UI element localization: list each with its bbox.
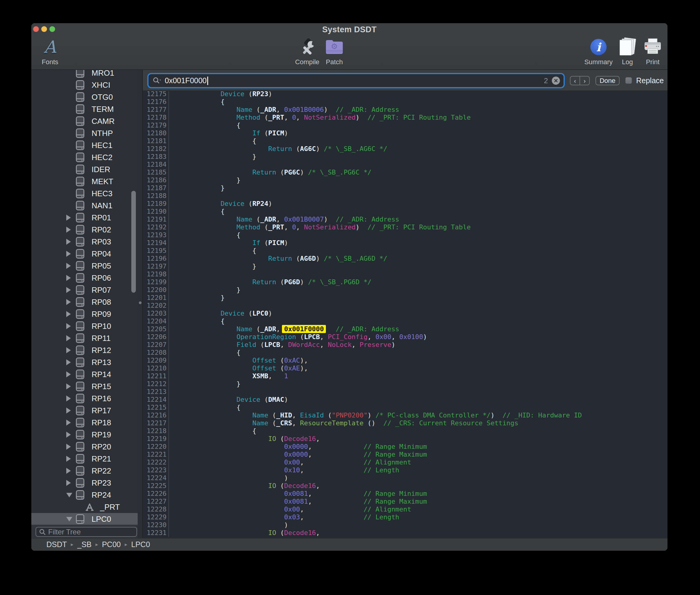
sidebar-scrollbar-thumb[interactable] [131,191,136,293]
code-line: 12183 } [143,153,667,161]
chevron-right-icon[interactable] [66,227,71,233]
sidebar-item-ider[interactable]: IDER [31,163,138,175]
sidebar-item-mekt[interactable]: MEKT [31,175,138,188]
log-pages-icon [619,37,636,57]
device-icon [76,430,84,440]
chevron-right-icon[interactable] [66,359,71,365]
replace-checkbox[interactable] [625,77,632,84]
chevron-right-icon[interactable] [66,407,71,414]
sidebar-item-rp23[interactable]: RP23 [31,477,138,489]
sidebar-item-rp12[interactable]: RP12 [31,344,138,356]
clear-search-button[interactable]: ✕ [552,77,560,85]
breadcrumb-item-pc00[interactable]: PC00 [102,540,121,549]
sidebar-item-rp08[interactable]: RP08 [31,296,138,308]
chevron-right-icon[interactable] [66,384,71,390]
code-text [169,388,189,396]
sidebar-item-mro1[interactable]: MRO1 [31,70,138,79]
sidebar-item-_prt[interactable]: _PRT [31,501,138,513]
chevron-right-icon[interactable] [66,239,71,245]
chevron-right-icon[interactable] [66,275,71,281]
code-text [169,271,189,278]
device-icon [76,514,84,524]
sidebar-item-rp13[interactable]: RP13 [31,356,138,368]
chevron-right-icon[interactable] [66,468,71,474]
sidebar-item-term[interactable]: TERM [31,103,138,115]
chevron-right-icon[interactable] [66,215,71,221]
sidebar-item-rp18[interactable]: RP18 [31,417,138,429]
fonts-button[interactable]: A Fonts [37,37,63,66]
chevron-right-icon[interactable] [66,347,71,353]
sidebar-item-label: MEKT [92,177,113,186]
sidebar-item-camr[interactable]: CAMR [31,115,138,127]
breadcrumb-item-lpc0[interactable]: LPC0 [131,540,150,549]
filter-tree-input[interactable]: Filter Tree [35,527,137,537]
line-number: 12216 [143,412,169,419]
sidebar-item-rp01[interactable]: RP01 [31,211,138,224]
sidebar-item-hec1[interactable]: HEC1 [31,139,138,151]
sidebar-item-rp10[interactable]: RP10 [31,320,138,332]
sidebar-item-rp21[interactable]: RP21 [31,453,138,465]
sidebar-item-rp02[interactable]: RP02 [31,224,138,236]
sidebar-item-rp05[interactable]: RP05 [31,260,138,272]
patch-button[interactable]: ⚙ Patch [322,37,347,66]
device-icon [76,213,84,222]
chevron-right-icon[interactable] [66,335,71,341]
chevron-right-icon[interactable] [66,420,71,426]
sidebar-item-rp15[interactable]: RP15 [31,380,138,392]
find-previous-button[interactable]: ‹ [571,77,580,85]
print-button[interactable]: Print [642,37,664,66]
line-number: 12196 [143,255,169,262]
sidebar-item-nan1[interactable]: NAN1 [31,200,138,211]
chevron-right-icon[interactable] [66,299,71,305]
chevron-right-icon[interactable] [66,311,71,317]
sidebar-item-rp07[interactable]: RP07 [31,284,138,296]
sidebar-item-hec3[interactable]: HEC3 [31,188,138,200]
sidebar-item-lpc0[interactable]: LPC0 [31,513,138,525]
chevron-right-icon[interactable] [66,323,71,329]
sidebar-item-rp20[interactable]: RP20 [31,441,138,453]
log-button[interactable]: Log [617,37,638,66]
sidebar-item-rp09[interactable]: RP09 [31,308,138,320]
chevron-right-icon[interactable] [66,263,71,269]
sidebar-item-rp24[interactable]: RP24 [31,489,138,501]
chevron-right-icon[interactable] [66,395,71,401]
source-editor[interactable]: 12175 Device (RP23)12176 {12177 Name (_A… [143,91,667,538]
sidebar-item-nthp[interactable]: NTHP [31,127,138,139]
chevron-right-icon[interactable] [66,371,71,377]
sidebar-item-rp06[interactable]: RP06 [31,272,138,284]
chevron-right-icon[interactable] [66,432,71,438]
sidebar-item-rp04[interactable]: RP04 [31,248,138,260]
chevron-right-icon[interactable] [66,251,71,257]
sidebar-item-rp16[interactable]: RP16 [31,392,138,404]
search-input[interactable]: 0x001F0000 2 ✕ [149,74,564,87]
search-menu-icon[interactable] [153,77,162,85]
summary-button[interactable]: i Summary [583,37,614,66]
sidebar-item-label: RP19 [92,430,111,440]
chevron-right-icon[interactable] [66,444,71,450]
code-text: ) [169,521,288,529]
find-next-button[interactable]: › [580,77,589,85]
sidebar-item-hec2[interactable]: HEC2 [31,151,138,163]
chevron-right-icon[interactable] [66,287,71,293]
sidebar-item-rp03[interactable]: RP03 [31,236,138,248]
sidebar-item-xhci[interactable]: XHCI [31,79,138,91]
breadcrumb-item-dsdt[interactable]: DSDT [47,540,67,549]
find-bar: 0x001F0000 2 ✕ ‹ › Done Replace [143,70,667,91]
chevron-right-icon[interactable] [66,456,71,462]
pane-splitter[interactable] [138,70,143,538]
code-text: Return (PG6D) /* \_SB_.PG6D */ [169,278,371,286]
compile-button[interactable]: Compile [292,37,322,66]
info-icon: i [590,37,607,57]
sidebar-item-otg0[interactable]: OTG0 [31,91,138,103]
chevron-right-icon[interactable] [66,480,71,486]
sidebar-item-rp19[interactable]: RP19 [31,429,138,441]
splitter-handle-dot[interactable] [139,302,142,304]
chevron-down-icon[interactable] [66,493,72,497]
sidebar-item-rp17[interactable]: RP17 [31,404,138,417]
chevron-down-icon[interactable] [66,517,72,521]
done-button[interactable]: Done [596,76,619,85]
sidebar-item-rp22[interactable]: RP22 [31,465,138,477]
sidebar-item-rp14[interactable]: RP14 [31,368,138,380]
breadcrumb-item-_sb[interactable]: _SB [78,540,92,549]
sidebar-item-rp11[interactable]: RP11 [31,332,138,344]
